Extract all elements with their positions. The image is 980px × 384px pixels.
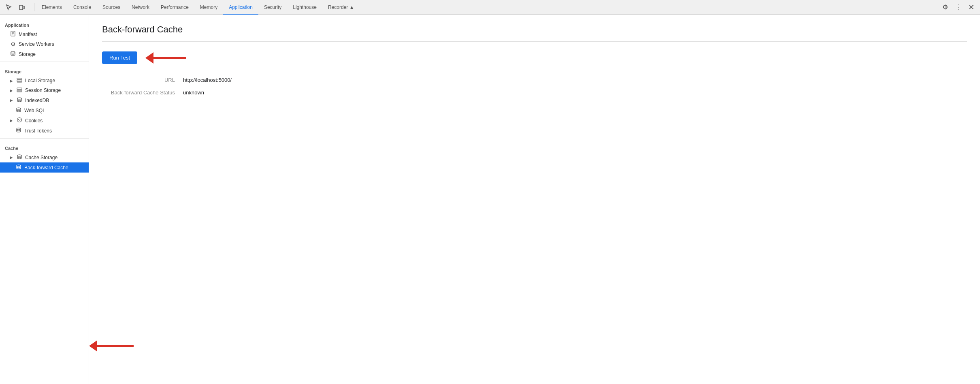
svg-point-20 [17, 155, 21, 156]
sidebar-item-manifest[interactable]: Manifest [0, 29, 89, 39]
sidebar-item-web-sql[interactable]: Web SQL [0, 105, 89, 115]
sidebar-item-local-storage[interactable]: ▶ Local Storage [0, 76, 89, 85]
svg-rect-7 [17, 78, 22, 79]
run-test-arrow [145, 52, 186, 64]
session-storage-chevron: ▶ [10, 88, 13, 93]
trust-tokens-icon [15, 127, 22, 134]
svg-rect-11 [17, 90, 22, 91]
sidebar-item-service-workers[interactable]: ⚙ Service Workers [0, 39, 89, 49]
url-label: URL [102, 77, 183, 83]
tab-performance[interactable]: Performance [155, 0, 194, 15]
session-storage-icon [16, 87, 23, 94]
toolbar-separator-1 [34, 3, 34, 11]
svg-point-15 [17, 118, 22, 122]
svg-point-21 [17, 165, 21, 166]
sidebar-item-indexeddb[interactable]: ▶ IndexedDB [0, 95, 89, 105]
sidebar-item-storage-app[interactable]: Storage [0, 49, 89, 59]
indexeddb-label: IndexedDB [25, 98, 49, 103]
run-test-section: Run Test [102, 51, 967, 64]
cookies-icon [16, 117, 23, 124]
svg-rect-12 [17, 91, 22, 92]
cache-storage-icon [16, 154, 23, 161]
arrow-head [145, 52, 153, 64]
sidebar-section-storage: Storage [0, 64, 89, 76]
content-area: Back-forward Cache Run Test URL http://l… [89, 15, 980, 105]
sidebar-divider-1 [0, 62, 89, 62]
inspect-element-button[interactable] [3, 2, 15, 13]
sidebar-item-session-storage[interactable]: ▶ Session Storage [0, 85, 89, 95]
cache-storage-chevron: ▶ [10, 155, 13, 160]
run-test-button[interactable]: Run Test [102, 51, 137, 64]
tab-application[interactable]: Application [223, 0, 258, 15]
content-divider [102, 41, 967, 42]
status-label: Back-forward Cache Status [102, 90, 183, 96]
indexeddb-icon [16, 97, 23, 104]
sidebar-arrow-head [89, 340, 97, 352]
devtools-toolbar: Elements Console Sources Network Perform… [0, 0, 980, 15]
svg-point-18 [20, 119, 20, 119]
close-button[interactable]: ✕ [965, 2, 977, 13]
info-grid: URL http://localhost:5000/ Back-forward … [102, 77, 967, 96]
page-title: Back-forward Cache [102, 24, 967, 35]
sidebar-section-cache: Cache [0, 141, 89, 152]
svg-point-6 [11, 51, 15, 53]
tab-memory[interactable]: Memory [194, 0, 223, 15]
indexeddb-chevron: ▶ [10, 98, 13, 102]
tab-sources[interactable]: Sources [97, 0, 126, 15]
sidebar-section-application: Application [0, 18, 89, 29]
device-toolbar-button[interactable] [16, 2, 28, 13]
tab-network[interactable]: Network [126, 0, 155, 15]
arrow-line [153, 57, 186, 59]
main-layout: Application Manifest ⚙ Service Workers S… [0, 15, 980, 384]
settings-button[interactable]: ⚙ [940, 2, 951, 13]
storage-app-label: Storage [19, 51, 36, 57]
sidebar-arrow [89, 340, 134, 352]
svg-rect-0 [19, 5, 23, 10]
sidebar: Application Manifest ⚙ Service Workers S… [0, 15, 89, 384]
svg-rect-2 [11, 31, 15, 36]
storage-app-icon [10, 51, 16, 58]
content-wrapper: Back-forward Cache Run Test URL http://l… [89, 15, 980, 384]
svg-rect-8 [17, 80, 22, 81]
tab-recorder[interactable]: Recorder ▲ [322, 0, 360, 15]
svg-point-17 [19, 120, 20, 121]
sidebar-arrow-line [97, 345, 134, 347]
svg-point-14 [17, 108, 21, 109]
url-value: http://localhost:5000/ [183, 77, 967, 83]
web-sql-label: Web SQL [24, 108, 45, 113]
back-forward-cache-label: Back-forward Cache [24, 165, 68, 171]
toolbar-right: ⚙ ⋮ ✕ [934, 2, 977, 13]
web-sql-icon [15, 107, 22, 114]
local-storage-chevron: ▶ [10, 79, 13, 83]
trust-tokens-label: Trust Tokens [24, 128, 52, 134]
tab-lighthouse[interactable]: Lighthouse [287, 0, 322, 15]
svg-rect-10 [17, 88, 22, 89]
back-forward-cache-icon [15, 164, 22, 171]
svg-point-13 [17, 98, 21, 99]
sidebar-item-cache-storage[interactable]: ▶ Cache Storage [0, 152, 89, 162]
service-workers-label: Service Workers [19, 41, 54, 47]
toolbar-separator-2 [936, 3, 936, 11]
session-storage-label: Session Storage [25, 87, 61, 93]
local-storage-icon [16, 77, 23, 84]
tab-console[interactable]: Console [68, 0, 97, 15]
cookies-label: Cookies [25, 118, 43, 124]
status-value: unknown [183, 90, 967, 96]
more-button[interactable]: ⋮ [952, 2, 964, 13]
cookies-chevron: ▶ [10, 118, 13, 123]
sidebar-item-cookies[interactable]: ▶ Cookies [0, 115, 89, 126]
service-workers-icon: ⚙ [10, 41, 16, 47]
manifest-icon [10, 31, 16, 38]
sidebar-divider-2 [0, 138, 89, 139]
toolbar-left-icons [3, 2, 28, 13]
tab-security[interactable]: Security [258, 0, 287, 15]
svg-point-16 [18, 119, 19, 120]
svg-point-19 [17, 128, 21, 130]
manifest-label: Manifest [19, 32, 37, 37]
sidebar-item-trust-tokens[interactable]: Trust Tokens [0, 126, 89, 136]
tab-elements[interactable]: Elements [36, 0, 68, 15]
svg-rect-9 [17, 81, 22, 82]
sidebar-item-back-forward-cache[interactable]: Back-forward Cache [0, 162, 89, 173]
svg-rect-1 [23, 6, 24, 9]
local-storage-label: Local Storage [25, 78, 55, 83]
